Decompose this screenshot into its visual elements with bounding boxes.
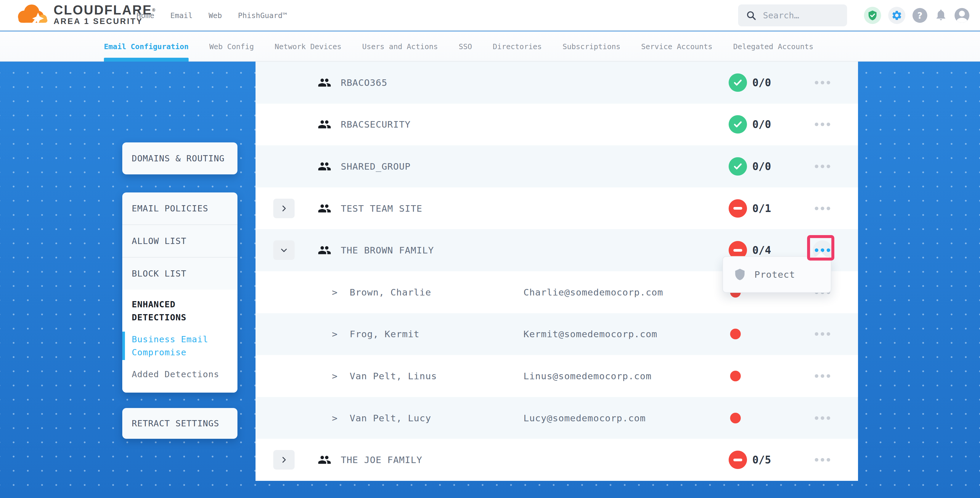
user-name: Frog, Kermit xyxy=(350,329,420,339)
table-row-user: >Frog, KermitKermit@somedemocorp.com xyxy=(256,313,858,355)
tab-delegated-accounts[interactable]: Delegated Accounts xyxy=(733,31,813,62)
row-menu-button[interactable] xyxy=(815,123,830,126)
table-row-group: RBACSECURITY0/0 xyxy=(256,103,858,146)
status-blocked-dot xyxy=(730,413,741,423)
group-name: SHARED_GROUP xyxy=(341,161,410,172)
protection-count: 0/0 xyxy=(752,161,771,172)
status-blocked-icon xyxy=(729,199,747,218)
row-menu-button[interactable] xyxy=(815,165,830,168)
context-menu: Protect xyxy=(722,256,831,293)
sidebar-card-domains: DOMAINS & ROUTING xyxy=(122,142,237,174)
tab-web-config[interactable]: Web Config xyxy=(209,31,254,62)
table-row-group: RBACO3650/0 xyxy=(256,62,858,103)
tab-network-devices[interactable]: Network Devices xyxy=(275,31,342,62)
shield-check-button[interactable] xyxy=(864,7,881,24)
status-ok-icon xyxy=(729,157,747,175)
sidebar-item-domains-routing[interactable]: DOMAINS & ROUTING xyxy=(122,142,237,174)
search-input[interactable] xyxy=(763,10,837,21)
protection-count: 0/0 xyxy=(752,77,771,89)
collapse-button[interactable] xyxy=(273,240,294,260)
cloudflare-logo[interactable]: CLOUDFLARE® AREA 1 SECURITY xyxy=(14,2,156,27)
nav-tabs: Email ConfigurationWeb ConfigNetwork Dev… xyxy=(104,31,813,62)
user-chevron-icon[interactable]: > xyxy=(332,287,337,298)
enhanced-detections-section: ENHANCED DETECTIONS Business Email Compr… xyxy=(122,290,237,393)
help-icon[interactable]: ? xyxy=(913,8,927,23)
group-icon xyxy=(318,76,331,89)
tab-sso[interactable]: SSO xyxy=(459,31,472,62)
table-row-group: THE JOE FAMILY0/5 xyxy=(256,439,858,481)
user-chevron-icon[interactable]: > xyxy=(332,329,337,339)
protection-count: 0/1 xyxy=(752,202,771,214)
sidebar-card-policies: EMAIL POLICIES ALLOW LIST BLOCK LIST ENH… xyxy=(122,193,237,393)
tab-users-and-actions[interactable]: Users and Actions xyxy=(362,31,438,62)
row-menu-button[interactable] xyxy=(815,416,830,420)
status-ok-icon xyxy=(729,73,747,92)
user-name: Van Pelt, Lucy xyxy=(350,413,431,423)
tab-email-configuration[interactable]: Email Configuration xyxy=(104,31,189,62)
menu-item-label: Protect xyxy=(754,269,795,280)
header-action-icons: ? xyxy=(864,0,969,31)
gear-button[interactable] xyxy=(888,7,905,24)
account-icon[interactable] xyxy=(955,8,969,23)
tab-service-accounts[interactable]: Service Accounts xyxy=(641,31,713,62)
status-blocked-dot xyxy=(730,371,741,381)
header-nav-item-email[interactable]: Email xyxy=(170,11,192,20)
row-menu-button[interactable] xyxy=(815,374,830,378)
header-nav-item-web[interactable]: Web xyxy=(208,11,222,20)
table-row-user: >Van Pelt, LucyLucy@somedemocorp.com xyxy=(256,397,858,439)
user-email: Charlie@somedemocorp.com xyxy=(523,287,663,298)
protection-count: 0/5 xyxy=(752,454,771,466)
group-name: RBACSECURITY xyxy=(341,119,410,130)
app-root: CLOUDFLARE® AREA 1 SECURITY HomeEmailWeb… xyxy=(0,0,980,498)
group-name: THE JOE FAMILY xyxy=(341,455,422,465)
ellipsis-icon xyxy=(815,248,830,252)
group-name: TEST TEAM SITE xyxy=(341,203,422,214)
user-email: Kermit@somedemocorp.com xyxy=(523,329,657,339)
top-header: CLOUDFLARE® AREA 1 SECURITY HomeEmailWeb… xyxy=(0,0,980,31)
search-icon xyxy=(746,10,756,21)
cloudflare-cloud-icon xyxy=(14,2,49,27)
header-nav: HomeEmailWebPhishGuard™ xyxy=(137,0,287,31)
bell-icon[interactable] xyxy=(934,8,947,22)
header-nav-item-home[interactable]: Home xyxy=(137,11,154,20)
table-row-group: TEST TEAM SITE0/1 xyxy=(256,188,858,229)
enhanced-detections-title: ENHANCED DETECTIONS xyxy=(122,298,227,324)
status-blocked-dot xyxy=(730,329,741,339)
expand-button[interactable] xyxy=(273,199,294,218)
expand-button[interactable] xyxy=(273,450,294,469)
header-nav-item-phishguard[interactable]: PhishGuard™ xyxy=(238,11,287,20)
group-name: THE BROWN FAMILY xyxy=(341,245,434,256)
row-menu-button[interactable] xyxy=(815,332,830,336)
row-menu-button[interactable] xyxy=(815,458,830,461)
tab-directories[interactable]: Directories xyxy=(493,31,542,62)
sidebar-card-retract: RETRACT SETTINGS xyxy=(122,408,237,439)
user-email: Lucy@somedemocorp.com xyxy=(523,413,646,423)
row-menu-button[interactable] xyxy=(815,81,830,84)
row-menu-button[interactable] xyxy=(815,207,830,210)
user-chevron-icon[interactable]: > xyxy=(332,413,337,423)
table-row-group: SHARED_GROUP0/0 xyxy=(256,145,858,188)
user-chevron-icon[interactable]: > xyxy=(332,371,337,381)
sidebar-item-added-detections[interactable]: Added Detections xyxy=(122,368,227,381)
user-name: Van Pelt, Linus xyxy=(350,371,437,381)
group-icon xyxy=(318,118,331,131)
menu-item-protect[interactable]: Protect xyxy=(723,257,831,292)
tab-subscriptions[interactable]: Subscriptions xyxy=(563,31,620,62)
groups-table: RBACO3650/0RBACSECURITY0/0SHARED_GROUP0/… xyxy=(256,62,858,481)
group-icon xyxy=(318,202,331,215)
group-icon xyxy=(318,453,331,467)
search-box[interactable] xyxy=(738,5,847,26)
protection-count: 0/0 xyxy=(752,118,771,130)
status-ok-icon xyxy=(729,115,747,134)
user-name: Brown, Charlie xyxy=(350,287,431,298)
sidebar-item-business-email-compromise[interactable]: Business Email Compromise xyxy=(122,333,227,359)
sidebar-item-allow-list[interactable]: ALLOW LIST xyxy=(122,225,237,257)
sidebar-item-block-list[interactable]: BLOCK LIST xyxy=(122,258,237,290)
secondary-nav: Email ConfigurationWeb ConfigNetwork Dev… xyxy=(0,31,980,62)
table-row-user: >Van Pelt, LinusLinus@somedemocorp.com xyxy=(256,355,858,397)
user-email: Linus@somedemocorp.com xyxy=(523,371,652,381)
sidebar-item-email-policies[interactable]: EMAIL POLICIES xyxy=(122,193,237,224)
sidebar-item-retract-settings[interactable]: RETRACT SETTINGS xyxy=(122,408,237,439)
main-area: DOMAINS & ROUTING EMAIL POLICIES ALLOW L… xyxy=(0,62,980,498)
group-name: RBACO365 xyxy=(341,77,387,88)
